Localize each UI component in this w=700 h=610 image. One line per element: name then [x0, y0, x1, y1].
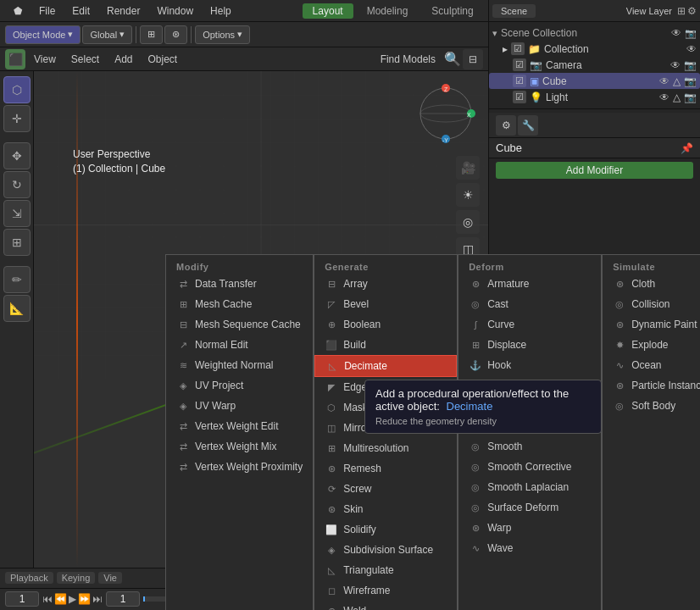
cube-eye-icon[interactable]: 👁: [659, 75, 669, 87]
explode-item[interactable]: ✸ Explode: [603, 335, 700, 355]
window-menu[interactable]: Window: [150, 3, 200, 19]
remesh-item[interactable]: ⊛ Remesh: [314, 458, 457, 479]
select-menu-item[interactable]: Select: [64, 51, 106, 68]
smooth-corrective-item[interactable]: ◎ Smooth Corrective: [458, 457, 601, 477]
frame-start-input[interactable]: 1: [5, 591, 39, 607]
skip-to-start-btn[interactable]: ⏮: [42, 593, 53, 605]
move-tool-btn[interactable]: ✥: [3, 142, 31, 169]
screw-item[interactable]: ⟳ Screw: [314, 479, 457, 499]
add-modifier-button[interactable]: Add Modifier: [496, 162, 693, 179]
play-btn[interactable]: ▶: [69, 593, 76, 605]
proportional-edit[interactable]: ⊛: [164, 25, 187, 44]
hook-item[interactable]: ⚓ Hook: [458, 355, 601, 375]
toggle-sidebar-btn[interactable]: ⊟: [463, 49, 483, 69]
object-mode-selector[interactable]: Object Mode ▾: [5, 25, 81, 44]
right-panel-settings-icon[interactable]: ⚙: [687, 5, 697, 17]
edit-menu[interactable]: Edit: [65, 3, 97, 19]
array-item[interactable]: ⊟ Array: [314, 274, 457, 294]
boolean-item[interactable]: ⊕ Boolean: [314, 314, 457, 335]
collection-render-icon[interactable]: 📷: [685, 28, 697, 39]
cursor-tool-btn[interactable]: ✛: [3, 105, 31, 132]
uv-project-item[interactable]: ◈ UV Project: [166, 375, 313, 396]
object-menu-item[interactable]: Object: [142, 51, 185, 68]
cube-checkbox[interactable]: ☑: [513, 75, 526, 87]
weld-item[interactable]: ⊛ Weld: [314, 601, 457, 610]
surface-deform-item[interactable]: ◎ Surface Deform: [458, 497, 601, 518]
vertex-weight-prox-item[interactable]: ⇄ Vertex Weight Proximity: [166, 457, 313, 477]
pin-icon[interactable]: 📌: [681, 142, 693, 154]
step-forward-btn[interactable]: ⏩: [78, 593, 91, 605]
add-menu-item[interactable]: Add: [108, 51, 139, 68]
workspace-layout-tab[interactable]: Layout: [303, 3, 353, 19]
options-btn[interactable]: Options ▾: [195, 25, 250, 44]
collection-checkbox[interactable]: ☑: [511, 42, 525, 55]
viewport-shading-btn[interactable]: ☀: [456, 183, 480, 207]
scene-panel-tab[interactable]: Scene: [492, 4, 536, 18]
workspace-modeling-tab[interactable]: Modeling: [357, 3, 419, 19]
workspace-sculpting-tab[interactable]: Sculpting: [421, 3, 483, 19]
blender-menu[interactable]: ⬟: [7, 3, 29, 19]
transform-tool-btn[interactable]: ⊞: [3, 229, 31, 256]
curve-item[interactable]: ∫ Curve: [458, 314, 601, 335]
rotate-tool-btn[interactable]: ↻: [3, 171, 31, 198]
uv-warp-item[interactable]: ◈ UV Warp: [166, 396, 313, 416]
build-item[interactable]: ⬛ Build: [314, 335, 457, 355]
triangulate-item[interactable]: ◺ Triangulate: [314, 560, 457, 580]
ocean-item[interactable]: ∿ Ocean: [603, 355, 700, 375]
displace-item[interactable]: ⊞ Displace: [458, 335, 601, 355]
view-menu-item[interactable]: View: [27, 51, 63, 68]
collection-item-light[interactable]: ☑ 💡 Light 👁 △ 📷: [489, 89, 700, 105]
camera-perspective-btn[interactable]: 🎥: [456, 156, 480, 180]
armature-item[interactable]: ⊛ Armature: [458, 274, 601, 294]
camera-eye-icon[interactable]: 👁: [670, 59, 681, 71]
view-layer-tab[interactable]: View Layer: [583, 6, 675, 16]
cast-item[interactable]: ◎ Cast: [458, 294, 601, 314]
viewport-icon[interactable]: ⬛: [5, 49, 25, 69]
weighted-normal-item[interactable]: ≋ Weighted Normal: [166, 355, 313, 375]
cube-render-icon[interactable]: 📷: [684, 75, 697, 87]
view-menu[interactable]: Vie: [98, 572, 122, 584]
vertex-weight-mix-item[interactable]: ⇄ Vertex Weight Mix: [166, 436, 313, 457]
skin-item[interactable]: ⊛ Skin: [314, 499, 457, 519]
collection-visibility-icon[interactable]: 👁: [671, 27, 681, 39]
render-menu[interactable]: Render: [100, 3, 147, 19]
particle-instance-item[interactable]: ⊛ Particle Instance: [603, 375, 700, 396]
solidify-item[interactable]: ⬜ Solidify: [314, 519, 457, 540]
collection-item-collection[interactable]: ▸ ☑ 📁 Collection 👁: [489, 41, 700, 57]
data-transfer-item[interactable]: ⇄ Data Transfer: [166, 274, 313, 294]
properties-wrench-icon[interactable]: 🔧: [518, 115, 538, 136]
collision-item[interactable]: ◎ Collision: [603, 294, 700, 314]
snap-toggle[interactable]: ⊞: [140, 25, 163, 44]
wireframe-item[interactable]: ◻ Wireframe: [314, 580, 457, 601]
mesh-seq-cache-item[interactable]: ⊟ Mesh Sequence Cache: [166, 314, 313, 335]
step-back-btn[interactable]: ⏪: [54, 593, 67, 605]
smooth-laplacian-item[interactable]: ◎ Smooth Laplacian: [458, 477, 601, 497]
right-panel-expand-icon[interactable]: ⊞: [677, 5, 686, 17]
bevel-item[interactable]: ◸ Bevel: [314, 294, 457, 314]
cloth-item[interactable]: ⊛ Cloth: [603, 274, 700, 294]
dynamic-paint-item[interactable]: ⊛ Dynamic Paint: [603, 314, 700, 335]
collection-item-cube[interactable]: ☑ ▣ Cube 👁 △ 📷: [489, 73, 700, 89]
keying-menu[interactable]: Keying: [57, 572, 96, 584]
mesh-cache-item[interactable]: ⊞ Mesh Cache: [166, 294, 313, 314]
warp-item[interactable]: ⊛ Warp: [458, 518, 601, 538]
camera-checkbox[interactable]: ☑: [513, 58, 526, 71]
playback-menu[interactable]: Playback: [5, 572, 53, 584]
current-frame-display[interactable]: 1: [106, 591, 140, 607]
scale-tool-btn[interactable]: ⇲: [3, 200, 31, 227]
collection-eye-icon[interactable]: 👁: [686, 43, 697, 55]
camera-render-icon[interactable]: 📷: [684, 59, 697, 71]
light-checkbox[interactable]: ☑: [513, 91, 526, 103]
normal-edit-item[interactable]: ↗ Normal Edit: [166, 335, 313, 355]
select-tool-btn[interactable]: ⬡: [3, 76, 31, 103]
properties-panel-icon[interactable]: ⚙: [496, 115, 516, 136]
soft-body-item[interactable]: ◎ Soft Body: [603, 396, 700, 416]
subdivision-surface-item[interactable]: ◈ Subdivision Surface: [314, 540, 457, 560]
skip-to-end-btn[interactable]: ⏭: [92, 593, 103, 605]
help-menu[interactable]: Help: [203, 3, 238, 19]
file-menu[interactable]: File: [32, 3, 62, 19]
viewport-overlay-btn[interactable]: ◎: [456, 210, 480, 234]
global-transform-selector[interactable]: Global ▾: [82, 25, 132, 44]
smooth-item[interactable]: ◎ Smooth: [458, 436, 601, 457]
viewport-search-icon[interactable]: 🔍: [444, 51, 461, 67]
